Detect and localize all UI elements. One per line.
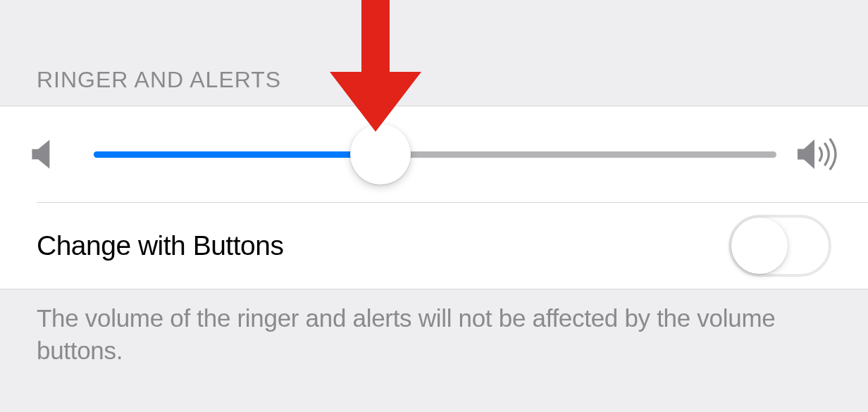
toggle-label: Change with Buttons <box>37 230 283 261</box>
section-header: RINGER AND ALERTS <box>0 0 868 106</box>
speaker-high-icon <box>798 137 840 171</box>
slider-fill <box>94 151 380 158</box>
slider-thumb[interactable] <box>350 124 411 185</box>
speaker-low-icon <box>32 139 57 170</box>
change-with-buttons-toggle[interactable] <box>728 215 831 277</box>
toggle-knob <box>731 218 788 274</box>
volume-slider-cell <box>0 106 868 202</box>
section-footer: The volume of the ringer and alerts will… <box>0 289 868 367</box>
volume-slider[interactable] <box>94 126 776 182</box>
change-with-buttons-cell: Change with Buttons <box>0 203 868 289</box>
settings-group: Change with Buttons <box>0 106 868 289</box>
